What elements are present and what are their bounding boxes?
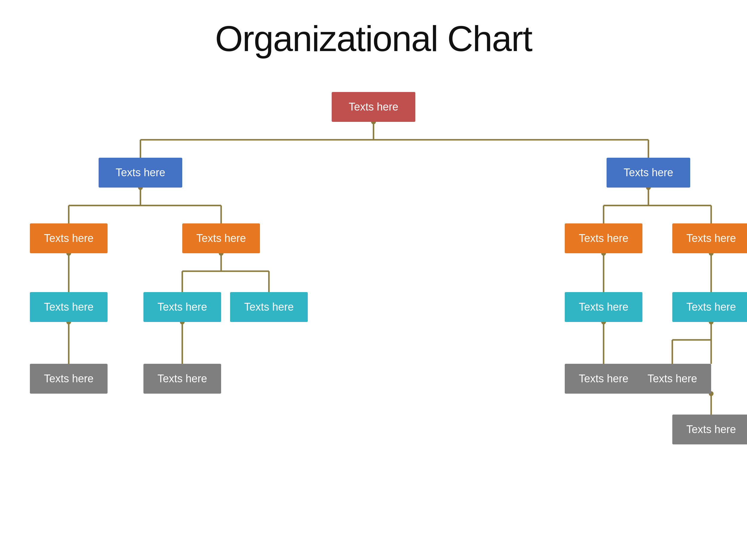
node-l5-rrl: Texts here — [634, 364, 711, 394]
node-l2-left: Texts here — [99, 158, 182, 188]
page: Organizational Chart — [0, 0, 747, 560]
node-l3-rr: Texts here — [672, 223, 747, 253]
page-title: Organizational Chart — [215, 18, 532, 59]
node-l3-rl: Texts here — [565, 223, 642, 253]
node-l4-rrl: Texts here — [672, 292, 747, 322]
node-l4-rll: Texts here — [565, 292, 642, 322]
node-l5-lrl: Texts here — [144, 364, 221, 394]
node-l3-lr: Texts here — [182, 223, 260, 253]
node-l5-lll: Texts here — [30, 364, 108, 394]
node-l5-rrl2: Texts here — [672, 415, 747, 445]
node-l4-lrr: Texts here — [230, 292, 308, 322]
chart-area: Texts here Texts here Texts here Texts h… — [15, 77, 732, 540]
node-l2-right: Texts here — [607, 158, 690, 188]
node-l4-lrl: Texts here — [144, 292, 221, 322]
node-root: Texts here — [332, 92, 415, 122]
node-l4-lll: Texts here — [30, 292, 108, 322]
node-l3-ll: Texts here — [30, 223, 108, 253]
node-l5-rll: Texts here — [565, 364, 642, 394]
